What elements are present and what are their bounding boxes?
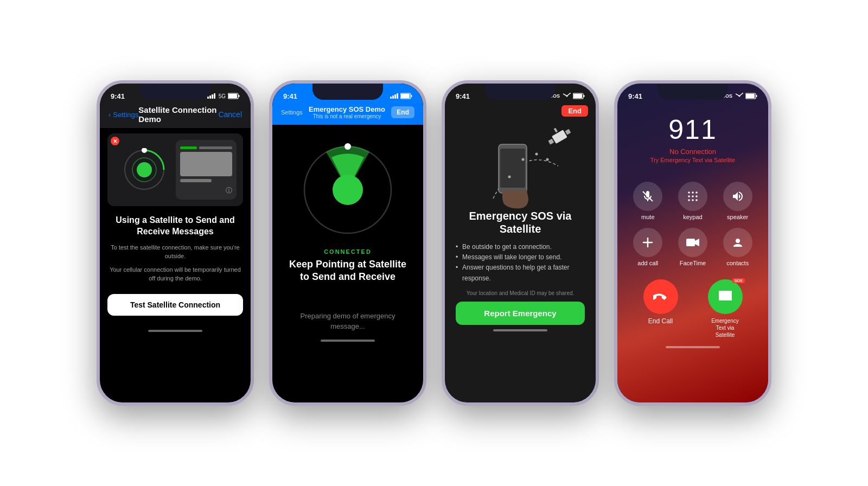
signal-bars-1 xyxy=(207,93,215,99)
home-indicator-3 xyxy=(493,329,547,331)
facetime-icon-4 xyxy=(686,238,699,247)
mockup-bar-gray xyxy=(199,146,232,149)
call-number-4: 911 xyxy=(617,114,768,145)
emergency-satellite-label-4: Emergency Text via Satellite xyxy=(711,317,739,338)
close-btn-1[interactable]: ✕ xyxy=(111,137,119,145)
speaker-btn-4[interactable]: speaker xyxy=(719,182,756,220)
contacts-btn-4[interactable]: contacts xyxy=(719,228,756,266)
svg-point-39 xyxy=(688,195,690,197)
message-icon-4 xyxy=(717,289,733,304)
cancel-btn-1[interactable]: Cancel xyxy=(218,110,242,119)
svg-point-41 xyxy=(695,195,698,197)
status-icons-3: SOS xyxy=(550,93,585,99)
svg-point-4 xyxy=(142,148,147,153)
status-bar-3: 9:41 SOS xyxy=(445,84,596,103)
bar2-4 xyxy=(397,93,398,99)
settings-link-1[interactable]: Settings xyxy=(113,111,138,119)
text-area-2: CONNECTED Keep Pointing at Satellite to … xyxy=(272,244,423,332)
content-1: ✕ xyxy=(100,128,251,327)
back-arrow-icon-1: ‹ xyxy=(108,111,111,119)
signal-bars-2 xyxy=(390,93,398,99)
home-indicator-4 xyxy=(666,346,720,348)
status-icons-2 xyxy=(390,93,412,99)
svg-rect-2 xyxy=(239,95,240,97)
report-emergency-button[interactable]: Report Emergency xyxy=(456,302,585,325)
no-connection-4: No Connection xyxy=(617,148,768,156)
sos-graphic-svg xyxy=(450,123,591,209)
signal-container-2 xyxy=(272,125,423,244)
graphic-area-3 xyxy=(445,123,596,209)
bullet-1: • Be outside to get a connection. xyxy=(456,242,585,252)
emergency-satellite-btn-4[interactable]: SOS Emergency Text via Satellite xyxy=(708,279,743,338)
network-type-1: 5G xyxy=(219,93,226,99)
phone-mockup-1: ⓘ xyxy=(176,140,237,200)
facetime-btn-4[interactable]: FaceTime xyxy=(674,228,712,266)
svg-rect-1 xyxy=(228,94,237,98)
keypad-circle-4 xyxy=(678,182,707,211)
sos-content-3: Emergency SOS via Satellite • Be outside… xyxy=(445,209,596,325)
keypad-btn-4[interactable]: keypad xyxy=(674,182,712,220)
mute-icon-4 xyxy=(641,190,654,203)
end-call-btn-4[interactable]: End Call xyxy=(643,279,678,325)
svg-rect-19 xyxy=(552,130,567,144)
time-4: 9:41 xyxy=(628,92,642,100)
sos-bullets-3: • Be outside to get a connection. • Mess… xyxy=(456,242,585,284)
bottom-call-area-4: End Call SOS Emergency Text via xyxy=(617,271,768,343)
svg-point-40 xyxy=(692,195,694,197)
body-text-1b: Your cellular connection will be tempora… xyxy=(107,265,243,283)
phone-1: 9:41 5G xyxy=(97,80,254,406)
add-call-label-4: add call xyxy=(637,260,658,266)
contacts-icon-4 xyxy=(732,236,744,248)
phone-2-screen: 9:41 Settings xyxy=(272,84,423,402)
end-call-circle-4[interactable] xyxy=(643,279,678,314)
phone-2: 9:41 Settings xyxy=(269,80,426,406)
end-btn-3[interactable]: End xyxy=(561,105,588,117)
time-1: 9:41 xyxy=(111,92,125,100)
sos-badge-4: SOS xyxy=(732,278,745,283)
svg-point-12 xyxy=(333,175,363,205)
bar2-3 xyxy=(394,94,396,99)
contacts-circle-4 xyxy=(723,228,752,257)
svg-rect-20 xyxy=(548,139,554,145)
top-back-2[interactable]: Settings xyxy=(281,109,303,116)
preparing-text-2: Preparing demo of emergency message... xyxy=(283,311,412,332)
phones-container: 9:41 5G xyxy=(64,59,804,427)
add-call-btn-4[interactable]: add call xyxy=(629,228,667,266)
svg-rect-21 xyxy=(565,129,571,135)
test-satellite-button[interactable]: Test Satellite Connection xyxy=(107,294,243,316)
svg-point-42 xyxy=(688,199,690,201)
svg-rect-34 xyxy=(756,95,757,97)
svg-point-27 xyxy=(535,153,538,156)
svg-point-15 xyxy=(566,95,568,97)
top-area-3: End xyxy=(445,103,596,123)
svg-point-25 xyxy=(508,176,511,178)
svg-point-48 xyxy=(736,239,740,243)
top-subtitle-2: This is not a real emergency xyxy=(309,113,385,119)
nav-back-1[interactable]: ‹ Settings xyxy=(108,111,138,119)
bar2-1 xyxy=(390,97,392,99)
svg-point-37 xyxy=(692,191,694,194)
end-btn-2[interactable]: End xyxy=(391,106,414,118)
mockup-bar-bottom xyxy=(180,179,212,182)
svg-point-26 xyxy=(522,158,525,161)
mute-btn-4[interactable]: mute xyxy=(629,182,667,220)
bullet-3: • Answer questions to help get a faster … xyxy=(456,263,585,283)
emergency-satellite-circle-4[interactable]: SOS xyxy=(708,279,743,314)
phone-4-screen: 9:41 SOS 911 xyxy=(617,84,768,402)
keypad-icon-4 xyxy=(687,190,699,202)
signal-icon-3 xyxy=(563,93,571,99)
nav-title-1: Satellite Connection Demo xyxy=(138,105,218,124)
svg-point-31 xyxy=(739,95,741,97)
bar2 xyxy=(209,95,211,99)
svg-rect-33 xyxy=(746,94,755,98)
bullet-2: • Messages will take longer to send. xyxy=(456,252,585,263)
phone-3: 9:41 SOS End xyxy=(442,80,599,406)
svg-rect-49 xyxy=(719,291,732,300)
section-title-1: Using a Satellite to Send and Receive Me… xyxy=(107,215,243,238)
svg-rect-8 xyxy=(401,94,410,98)
satellite-circle-1 xyxy=(123,148,166,191)
svg-point-44 xyxy=(695,199,698,201)
svg-rect-18 xyxy=(584,95,585,97)
svg-rect-9 xyxy=(411,95,412,97)
status-icons-4: SOS xyxy=(722,93,757,99)
